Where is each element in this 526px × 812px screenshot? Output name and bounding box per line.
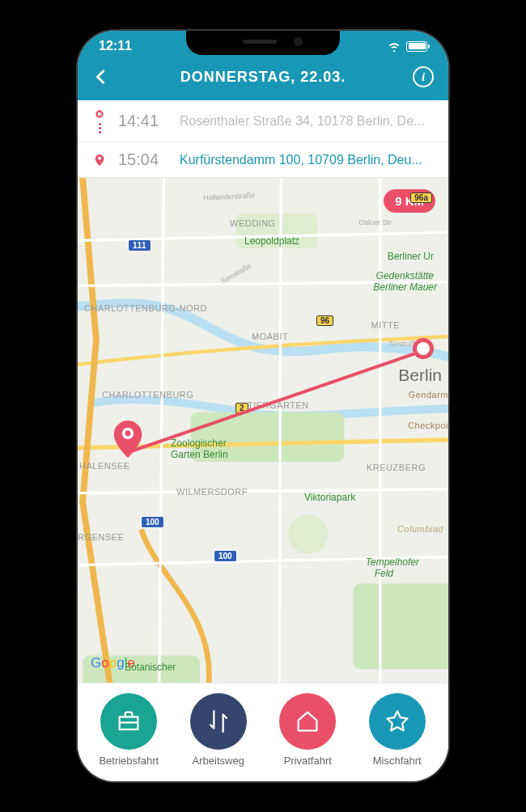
- tab-label: Mischfahrt: [373, 755, 422, 767]
- briefcase-icon: [115, 708, 142, 735]
- trip-end-row[interactable]: 15:04 Kurfürstendamm 100, 10709 Berlin, …: [78, 142, 448, 177]
- route-dots-icon: [99, 123, 101, 133]
- map-label-district: MITTE: [371, 320, 401, 330]
- map-label-district: HALENSEE: [79, 461, 130, 471]
- phone-bezel: 12:11 DONNERSTAG, 22.03.: [76, 29, 450, 783]
- map-road-shield: 111: [128, 239, 151, 252]
- svg-point-7: [288, 514, 328, 554]
- map-label-poi: Leopoldplatz: [244, 235, 299, 247]
- nav-bar: DONNERSTAG, 22.03. i: [78, 58, 448, 100]
- tab-private[interactable]: Privatfahrt: [263, 693, 353, 767]
- star-icon: [384, 708, 411, 735]
- map-road-shield: 96a: [410, 192, 432, 203]
- map-label-street: Columbiad: [397, 524, 443, 534]
- map-label-poi: Zoologischer: [171, 438, 227, 449]
- app-screen: 12:11 DONNERSTAG, 22.03.: [78, 31, 448, 781]
- map-label-district: CHARLOTTENBURG: [102, 390, 193, 400]
- map-label-poi: Viktoriapark: [304, 492, 355, 503]
- category-toolbar: Betriebsfahrt Arbeitsweg: [78, 683, 448, 781]
- map-label-city: Berlin: [398, 366, 442, 385]
- tab-mixed[interactable]: Mischfahrt: [353, 693, 443, 767]
- map-road-shield: 100: [214, 550, 237, 562]
- map-label-poi: Tempelhofer: [366, 556, 419, 568]
- start-time: 14:41: [118, 112, 168, 130]
- map-label-district: RGENSEE: [78, 532, 124, 542]
- map-label-poi: Berliner Mauer: [373, 281, 437, 293]
- map-label-district: WEDDING: [230, 218, 276, 228]
- svg-point-9: [125, 430, 131, 436]
- map-road-shield: 96: [316, 315, 333, 326]
- map-label-district: MOABIT: [252, 332, 288, 341]
- svg-point-1: [98, 156, 101, 159]
- end-pin-icon: [94, 154, 105, 166]
- status-time: 12:11: [99, 39, 132, 53]
- map-label-street: Osloer Str: [358, 218, 392, 226]
- map-attribution: Google: [91, 655, 135, 671]
- info-icon: i: [422, 70, 425, 84]
- map-label-district: WILMERSDORF: [176, 487, 248, 497]
- map-road-shield: 100: [141, 516, 164, 528]
- battery-icon: [406, 41, 427, 52]
- map-label-poi: Gedenkstätte: [376, 270, 434, 281]
- map-view[interactable]: 9 KM Berlin WEDDING MOABIT MITTE CHARLOT…: [78, 178, 448, 683]
- map-label-district: KREUZBERG: [367, 463, 426, 472]
- map-label-district: CHARLOTTENBURG-NORD: [84, 303, 207, 313]
- trip-start-row[interactable]: 14:41 Rosenthaler Straße 34, 10178 Berli…: [78, 100, 448, 142]
- end-address: Kurfürstendamm 100, 10709 Berlin, Deu...: [180, 153, 435, 167]
- back-button[interactable]: [89, 65, 113, 89]
- chevron-left-icon: [92, 68, 110, 86]
- phone-notch: [186, 31, 340, 55]
- start-pin-icon: [94, 108, 105, 120]
- trip-summary: 14:41 Rosenthaler Straße 34, 10178 Berli…: [78, 100, 448, 178]
- map-label-poi: Garten Berlin: [171, 449, 228, 460]
- map-end-marker: [113, 421, 142, 458]
- tab-label: Privatfahrt: [284, 755, 332, 767]
- map-start-marker: [413, 338, 434, 359]
- svg-rect-4: [353, 583, 448, 669]
- end-time: 15:04: [118, 150, 168, 169]
- tab-business[interactable]: Betriebsfahrt: [84, 693, 174, 767]
- phone-frame: 12:11 DONNERSTAG, 22.03.: [65, 18, 461, 794]
- start-address: Rosenthaler Straße 34, 10178 Berlin, De.…: [180, 114, 435, 129]
- map-label-poi: Feld: [375, 568, 393, 579]
- info-button[interactable]: i: [413, 66, 434, 87]
- tab-commute[interactable]: Arbeitsweg: [174, 693, 264, 767]
- map-label-poi: Berliner Ur: [388, 251, 434, 262]
- commute-arrows-icon: [205, 708, 232, 735]
- wifi-icon: [387, 39, 401, 53]
- tab-label: Arbeitsweg: [193, 755, 244, 767]
- map-label-district: Checkpoi: [408, 421, 448, 430]
- map-label-district: Gendarm: [409, 390, 448, 400]
- svg-point-0: [97, 112, 103, 117]
- tab-label: Betriebsfahrt: [99, 755, 159, 767]
- home-icon: [294, 708, 321, 735]
- page-title: DONNERSTAG, 22.03.: [113, 69, 413, 86]
